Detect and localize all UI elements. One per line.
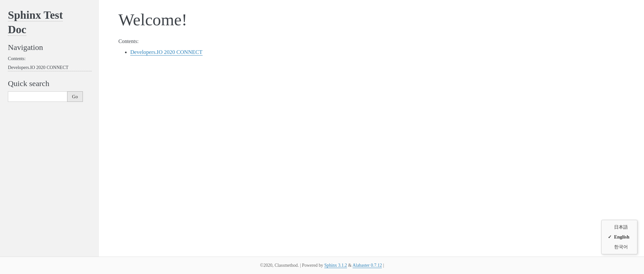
language-option-japanese[interactable]: 日本語 [602, 222, 637, 232]
footer-suffix: | [382, 263, 384, 268]
language-dropdown: 日本語 ✓ English 한국어 [601, 220, 637, 254]
footer-separator: & [347, 263, 353, 268]
sidebar-title-line2: Doc [8, 23, 26, 35]
sidebar-title-block: Sphinx Test Doc [8, 8, 92, 36]
contents-list-item: Developers.IO 2020 CONNECT [130, 49, 628, 56]
language-option-korean[interactable]: 한국어 [602, 242, 637, 252]
sidebar-title-line1: Sphinx Test [8, 9, 63, 21]
footer: ©2020, Classmethod. | Powered by Sphinx … [0, 257, 644, 274]
sidebar-search-heading: Quick search [8, 79, 92, 88]
check-mark-english: ✓ [607, 234, 612, 240]
language-label-japanese: 日本語 [614, 224, 628, 230]
contents-label: Contents: [118, 38, 628, 44]
page-wrapper: Sphinx Test Doc Navigation Contents: Dev… [0, 0, 644, 274]
check-mark-korean [607, 244, 612, 250]
footer-copyright: ©2020, Classmethod. | Powered by [260, 263, 324, 268]
footer-alabaster-link[interactable]: Alabaster 0.7.12 [353, 263, 382, 268]
language-label-english: English [614, 234, 629, 240]
sidebar-title-link[interactable]: Sphinx Test Doc [8, 9, 63, 36]
footer-sphinx-link[interactable]: Sphinx 3.1.2 [324, 263, 347, 268]
language-option-english[interactable]: ✓ English [602, 232, 637, 242]
sidebar: Sphinx Test Doc Navigation Contents: Dev… [0, 0, 99, 257]
search-row: Go [8, 91, 92, 102]
contents-link-connect[interactable]: Developers.IO 2020 CONNECT [130, 49, 203, 56]
search-go-button[interactable]: Go [67, 91, 83, 102]
language-label-korean: 한국어 [614, 244, 628, 250]
sidebar-contents-label: Contents: [8, 56, 92, 61]
search-input[interactable] [8, 91, 67, 102]
check-mark-japanese [607, 225, 612, 230]
page-title: Welcome! [118, 10, 628, 29]
sidebar-nav-link-connect[interactable]: Developers.IO 2020 CONNECT [8, 64, 92, 71]
main-layout: Sphinx Test Doc Navigation Contents: Dev… [0, 0, 644, 257]
main-content: Welcome! Contents: Developers.IO 2020 CO… [99, 0, 644, 257]
contents-list: Developers.IO 2020 CONNECT [118, 49, 628, 56]
sidebar-navigation-heading: Navigation [8, 43, 92, 52]
